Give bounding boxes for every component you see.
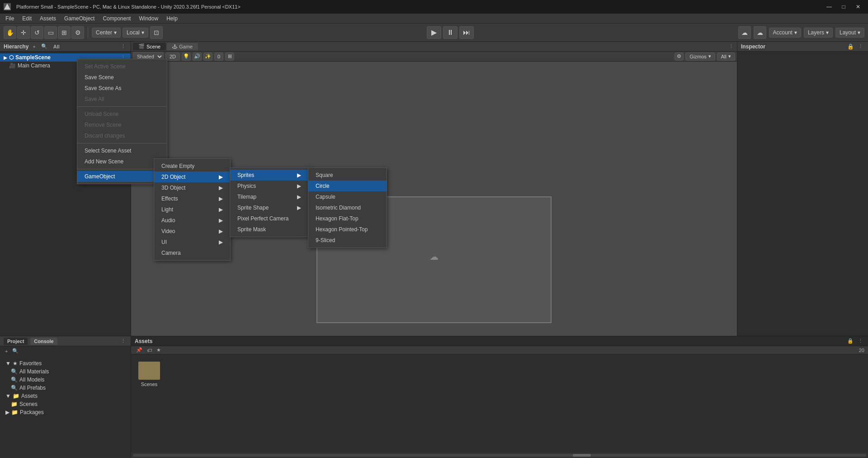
- snap-btn[interactable]: ⊡: [150, 26, 163, 39]
- center-pivot-btn[interactable]: Center ▾: [92, 28, 121, 38]
- ctx-capsule[interactable]: Capsule: [308, 191, 387, 202]
- ctx-2d-object[interactable]: 2D Object ▶: [154, 172, 230, 182]
- gizmos-btn[interactable]: Gizmos ▾: [685, 52, 715, 61]
- layers-btn[interactable]: Layers ▾: [804, 28, 833, 38]
- inspector-lock-icon[interactable]: 🔒: [847, 43, 854, 50]
- tree-scenes[interactable]: 📁 Scenes: [7, 400, 129, 408]
- ctx-sprites[interactable]: Sprites ▶: [230, 170, 308, 181]
- step-button[interactable]: ⏭: [459, 26, 474, 39]
- scale-tool[interactable]: ▭: [44, 26, 57, 39]
- tab-console[interactable]: Console: [30, 338, 57, 345]
- rect-tool[interactable]: ⊞: [58, 26, 71, 39]
- assets-tag-btn[interactable]: 🏷: [146, 348, 153, 353]
- ctx-sprites-arrow: ▶: [297, 172, 301, 178]
- menu-gameobject[interactable]: GameObject: [61, 14, 98, 23]
- tree-assets[interactable]: ▼ 📁 Assets: [2, 392, 129, 400]
- ctx-square[interactable]: Square: [308, 170, 387, 181]
- assets-more-btn[interactable]: ⋮: [857, 338, 864, 344]
- project-add-btn[interactable]: +: [4, 348, 9, 354]
- menu-assets[interactable]: Assets: [36, 14, 60, 23]
- collab-btn[interactable]: ☁: [738, 26, 751, 39]
- close-button[interactable]: ✕: [852, 2, 864, 11]
- transform-tool[interactable]: ⚙: [71, 26, 84, 39]
- ctx-sprite-shape[interactable]: Sprite Shape ▶: [230, 202, 308, 213]
- ctx-save-scene-as[interactable]: Save Scene As: [77, 83, 167, 94]
- ctx-3d-object[interactable]: 3D Object ▶: [154, 182, 230, 193]
- menu-window[interactable]: Window: [135, 14, 162, 23]
- account-btn[interactable]: Account ▾: [769, 28, 801, 38]
- hierarchy-add-btn[interactable]: +: [31, 44, 37, 49]
- hierarchy-search-btn[interactable]: 🔍: [40, 43, 49, 49]
- ctx-hexagon-flat-top[interactable]: Hexagon Flat-Top: [308, 213, 387, 224]
- project-search-btn[interactable]: 🔍: [11, 348, 20, 354]
- services-btn[interactable]: ☁: [754, 26, 766, 39]
- ctx-physics[interactable]: Physics ▶: [230, 181, 308, 191]
- main-camera-label: Main Camera: [18, 62, 50, 69]
- ctx-video[interactable]: Video ▶: [154, 226, 230, 237]
- menu-file[interactable]: File: [2, 14, 18, 23]
- search-icon-1: 🔍: [11, 368, 18, 375]
- maximize-button[interactable]: □: [837, 2, 850, 11]
- lighting-btn[interactable]: 💡: [182, 52, 191, 61]
- all-layers-btn[interactable]: All ▾: [717, 52, 735, 61]
- audio-btn[interactable]: 🔊: [193, 52, 202, 61]
- ctx-9-sliced[interactable]: 9-Sliced: [308, 235, 387, 246]
- tab-scene[interactable]: 🎬 Scene: [133, 43, 166, 50]
- ctx-tilemap[interactable]: Tilemap ▶: [230, 191, 308, 202]
- packages-arrow: ▶: [5, 409, 9, 415]
- move-tool[interactable]: ✛: [17, 26, 30, 39]
- ctx-circle[interactable]: Circle: [308, 181, 387, 191]
- scrollbar-thumb[interactable]: [573, 454, 591, 457]
- pause-button[interactable]: ⏸: [443, 26, 458, 39]
- gizmos-label: Gizmos: [689, 54, 706, 59]
- ctx-hexagon-pointed-top[interactable]: Hexagon Pointed-Top: [308, 224, 387, 235]
- fx-btn[interactable]: ✨: [203, 52, 212, 61]
- ctx-effects[interactable]: Effects ▶: [154, 193, 230, 204]
- tree-favorites[interactable]: ▼ ★ Favorites: [2, 359, 129, 367]
- tree-all-prefabs[interactable]: 🔍 All Prefabs: [7, 384, 129, 392]
- tree-all-materials[interactable]: 🔍 All Materials: [7, 367, 129, 376]
- hand-tool[interactable]: ✋: [4, 26, 16, 39]
- tab-game[interactable]: 🕹 Game: [167, 43, 198, 50]
- grid-btn[interactable]: ⊞: [225, 52, 234, 61]
- ctx-pixel-perfect-camera[interactable]: Pixel Perfect Camera: [230, 213, 308, 224]
- gizmos-settings[interactable]: ⚙: [675, 52, 684, 61]
- scene-panel-more[interactable]: ⋮: [727, 43, 735, 49]
- ctx-sep-2: [77, 143, 167, 143]
- assets-bookmark-btn[interactable]: 📌: [135, 347, 144, 353]
- asset-scenes-folder[interactable]: Scenes: [138, 362, 160, 387]
- ctx-ui[interactable]: UI ▶: [154, 237, 230, 248]
- ctx-select-scene-asset[interactable]: Select Scene Asset: [77, 145, 167, 156]
- minimize-button[interactable]: —: [823, 2, 835, 11]
- tab-project[interactable]: Project: [4, 338, 28, 345]
- scrollbar-track: [133, 454, 866, 457]
- inspector-more-btn[interactable]: ⋮: [857, 43, 864, 49]
- tree-all-models[interactable]: 🔍 All Models: [7, 376, 129, 384]
- assets-lock-btn[interactable]: 🔒: [846, 338, 855, 344]
- layout-btn[interactable]: Layout ▾: [835, 28, 864, 38]
- ctx-light[interactable]: Light ▶: [154, 204, 230, 215]
- 2d-toggle[interactable]: 2D: [165, 52, 180, 61]
- ctx-sprite-mask[interactable]: Sprite Mask: [230, 224, 308, 235]
- assets-scrollbar[interactable]: [131, 453, 868, 458]
- rotate-tool[interactable]: ↺: [31, 26, 43, 39]
- project-more-btn[interactable]: ⋮: [119, 338, 127, 344]
- local-global-btn[interactable]: Local ▾: [123, 28, 148, 38]
- scene-tab-icon: 🎬: [138, 43, 145, 49]
- hierarchy-more-btn[interactable]: ⋮: [119, 43, 127, 49]
- favorites-label: Favorites: [19, 360, 42, 367]
- menu-help[interactable]: Help: [163, 14, 181, 23]
- play-button[interactable]: ▶: [427, 26, 441, 39]
- tree-packages[interactable]: ▶ 📁 Packages: [2, 408, 129, 416]
- hidden-obj-btn[interactable]: 0: [214, 52, 223, 61]
- menu-edit[interactable]: Edit: [19, 14, 35, 23]
- ctx-camera[interactable]: Camera: [154, 248, 230, 258]
- view-tabs: 🎬 Scene 🕹 Game ⋮: [131, 42, 737, 52]
- ctx-audio[interactable]: Audio ▶: [154, 215, 230, 226]
- menu-component[interactable]: Component: [99, 14, 134, 23]
- ctx-create-empty[interactable]: Create Empty: [154, 161, 230, 172]
- ctx-save-scene[interactable]: Save Scene: [77, 72, 167, 83]
- assets-star-btn[interactable]: ★: [155, 347, 162, 353]
- ctx-isometric-diamond[interactable]: Isometric Diamond: [308, 202, 387, 213]
- ctx-tilemap-arrow: ▶: [297, 194, 301, 200]
